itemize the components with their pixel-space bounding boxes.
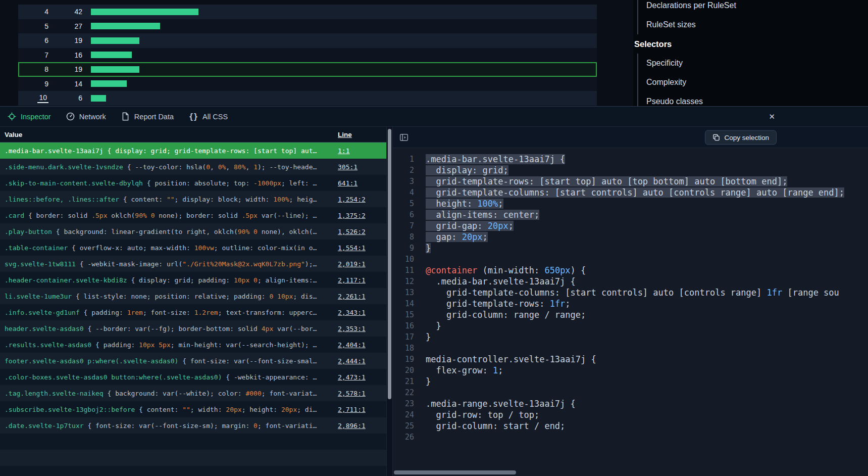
histogram-bar: [91, 80, 127, 87]
rule-line-link[interactable]: 2,019:1: [338, 260, 366, 268]
code-line: 20 flex-grow: 1;: [393, 365, 868, 376]
css-rule-row[interactable]: .skip-to-main-content.svelte-dbylqh { po…: [0, 175, 386, 191]
nav-section-header[interactable]: Selectors: [633, 34, 868, 54]
code-line-number: 26: [393, 432, 421, 443]
histogram-row-label: 5: [18, 22, 48, 30]
histogram-row-count: 14: [48, 80, 82, 88]
histogram-row-count: 42: [48, 8, 82, 16]
histogram-row[interactable]: 819: [18, 62, 597, 77]
tab-all-css[interactable]: {}All CSS: [181, 107, 235, 126]
copy-selection-button[interactable]: Copy selection: [705, 130, 777, 145]
rule-line: 2,404:1: [333, 341, 386, 349]
rule-line-link[interactable]: 2,896:1: [338, 422, 366, 430]
rule-line-link[interactable]: 1,375:2: [338, 212, 366, 219]
rule-value: .results.svelte-asdas0 { padding: 10px 5…: [0, 341, 333, 349]
histogram-row[interactable]: 914: [18, 77, 597, 91]
css-rule-row[interactable]: .lines::before, .lines::after { content:…: [0, 191, 386, 207]
histogram-bar: [91, 37, 139, 44]
rule-line-link[interactable]: 2,343:1: [338, 309, 366, 316]
selection-highlight: display: grid;: [426, 165, 508, 175]
css-rule-row[interactable]: .play-button { background: linear-gradie…: [0, 223, 386, 240]
rule-line-link[interactable]: 2,578:1: [338, 390, 366, 397]
rule-line-link[interactable]: 2,473:1: [338, 373, 366, 381]
histogram-row[interactable]: 527: [18, 19, 597, 34]
inspector-body: Value Line .media-bar.svelte-13aai7j { d…: [0, 127, 868, 476]
scrollbar-thumb[interactable]: [388, 129, 391, 399]
code-line: 3 grid-template-rows: [start top] auto […: [393, 176, 868, 187]
tab-label: All CSS: [202, 113, 228, 121]
toggle-panel-icon[interactable]: [398, 131, 410, 144]
histogram-row-count: 19: [48, 36, 82, 44]
rule-line-link[interactable]: 1,526:2: [338, 228, 366, 235]
css-rule-row[interactable]: .side-menu.dark.svelte-1vsndze { --toy-c…: [0, 159, 386, 175]
horizontal-scrollbar[interactable]: [394, 470, 516, 474]
code-view[interactable]: 1.media-bar.svelte-13aai7j {2 display: g…: [393, 148, 868, 476]
nav-item-ruleset-sizes[interactable]: RuleSet sizes: [646, 15, 868, 34]
nav-item-declarations-per-ruleset[interactable]: Declarations per RuleSet: [646, 0, 868, 15]
close-icon[interactable]: ✕: [765, 112, 778, 122]
rule-value: .side-menu.dark.svelte-1vsndze { --toy-c…: [0, 163, 333, 171]
code-line-text: height: 100%;: [421, 198, 503, 209]
vertical-scrollbar[interactable]: [386, 127, 393, 476]
code-line: 14 grid-template-rows: 1fr;: [393, 298, 868, 309]
css-rule-row[interactable]: .date.svelte-1p7tuxr { font-size: var(--…: [0, 417, 386, 434]
rule-line: 1,554:1: [333, 244, 386, 252]
code-line: 8 gap: 20px;: [393, 231, 868, 243]
css-rule-row[interactable]: header.svelte-asdas0 { --border: var(--f…: [0, 320, 386, 337]
css-rule-row[interactable]: .media-bar.svelte-13aai7j { display: gri…: [0, 142, 386, 159]
css-rule-row[interactable]: .tag.length.svelte-naikeq { background: …: [0, 385, 386, 401]
rule-line-link[interactable]: 2,711:1: [338, 406, 366, 413]
css-rule-row[interactable]: .card { border: solid .5px oklch(90% 0 n…: [0, 207, 386, 223]
css-rule-row[interactable]: .color-boxes.svelte-asdas0 button:where(…: [0, 369, 386, 385]
code-line-text: @container (min-width: 650px) {: [421, 265, 586, 276]
inspector-tabbar: InspectorNetworkReport Data{}All CSS ✕: [0, 107, 868, 127]
code-line-text: display: grid;: [421, 165, 508, 176]
code-line-number: 12: [393, 276, 421, 287]
value-table-header: Value Line: [0, 127, 386, 142]
css-rule-row[interactable]: footer.svelte-asdas0 p:where(.svelte-asd…: [0, 353, 386, 369]
code-line-text: grid-template-rows: [start top] auto [to…: [421, 176, 787, 187]
tab-inspector[interactable]: Inspector: [0, 107, 59, 126]
css-rule-row[interactable]: li.svelte-1ume3ur { list-style: none; po…: [0, 288, 386, 304]
nav-group: Declarations per RuleSetRuleSet sizes: [637, 0, 868, 34]
rule-line-link[interactable]: 2,117:1: [338, 276, 366, 284]
rule-line-link[interactable]: 2,353:1: [338, 325, 366, 332]
rule-line-link[interactable]: 1,554:1: [338, 244, 366, 252]
nav-item-specificity[interactable]: Specificity: [646, 54, 868, 73]
css-rule-row: [0, 450, 386, 466]
rule-value: .table-container { overflow-x: auto; max…: [0, 244, 333, 252]
histogram-row[interactable]: 442: [18, 5, 597, 19]
histogram-row[interactable]: 716: [18, 48, 597, 63]
css-rule-row[interactable]: .info.svelte-gd1unf { padding: 1rem; fon…: [0, 304, 386, 320]
rule-line-link[interactable]: 2,404:1: [338, 341, 366, 349]
css-rule-row[interactable]: svg.svelte-1tw8111 { -webkit-mask-image:…: [0, 256, 386, 272]
rule-line-link[interactable]: 2,444:1: [338, 357, 366, 365]
css-rule-row[interactable]: .results.svelte-asdas0 { padding: 10px 5…: [0, 337, 386, 353]
rule-line-link[interactable]: 641:1: [338, 179, 358, 187]
code-line: 24 grid-row: top / top;: [393, 409, 868, 420]
tab-network[interactable]: Network: [59, 107, 114, 126]
css-rule-row[interactable]: .header-container.svelte-kbdi8z { displa…: [0, 272, 386, 288]
braces-icon: {}: [189, 112, 198, 121]
histogram-row[interactable]: 106: [18, 91, 597, 106]
css-rule-row[interactable]: .table-container { overflow-x: auto; max…: [0, 240, 386, 256]
column-header-line[interactable]: Line: [333, 131, 386, 138]
code-line-text: media-controller.svelte-13aai7j {: [421, 354, 596, 365]
histogram: 442527619716819914106: [18, 5, 597, 106]
rule-line-link[interactable]: 305:1: [338, 163, 358, 171]
rule-line-link[interactable]: 2,261:1: [338, 293, 366, 300]
selection-highlight: grid-template-columns: [start controls] …: [426, 187, 844, 198]
nav-item-complexity[interactable]: Complexity: [646, 73, 868, 92]
nav-item-pseudo-classes[interactable]: Pseudo classes: [646, 92, 868, 106]
code-line-number: 13: [393, 287, 421, 298]
tab-report-data[interactable]: Report Data: [114, 107, 181, 126]
css-rule-row: [0, 434, 386, 450]
histogram-row[interactable]: 619: [18, 33, 597, 48]
rule-line-link[interactable]: 1:1: [338, 147, 349, 155]
code-line-number: 14: [393, 298, 421, 309]
tab-label: Network: [79, 113, 106, 121]
code-line-number: 23: [393, 398, 421, 409]
rule-line-link[interactable]: 1,254:2: [338, 196, 366, 203]
css-rule-row[interactable]: .subscribe.svelte-13gboj2::before { cont…: [0, 401, 386, 417]
rule-value: .date.svelte-1p7tuxr { font-size: var(--…: [0, 422, 333, 430]
